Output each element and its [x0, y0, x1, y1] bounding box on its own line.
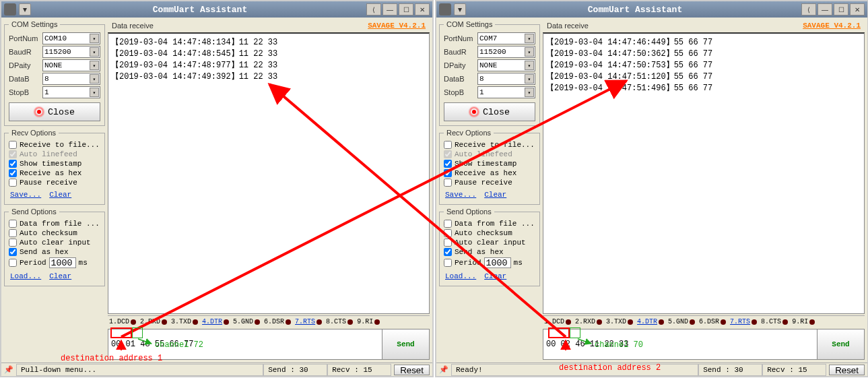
- period-input[interactable]: [484, 257, 511, 268]
- signal-indicator: 7.RTS: [295, 318, 322, 325]
- clear-recv-link[interactable]: Clear: [484, 191, 506, 199]
- data-receive-label: Data receive: [112, 22, 154, 30]
- chevron-down-icon[interactable]: ▾: [90, 61, 99, 70]
- receive-box[interactable]: 【2019-03-04 14:47:46:449】55 66 77 【2019-…: [543, 32, 865, 314]
- dpaity-select[interactable]: NONE▾: [42, 59, 100, 71]
- save-link[interactable]: Save...: [445, 191, 476, 199]
- send-button[interactable]: Send: [382, 329, 429, 359]
- chevron-down-icon[interactable]: ▾: [90, 47, 99, 57]
- receive-to-file-label: Receive to file...: [455, 141, 535, 149]
- port-close-button[interactable]: Close: [444, 102, 535, 121]
- period-checkbox[interactable]: [444, 259, 452, 267]
- nav-prev-icon[interactable]: ⟨: [366, 3, 381, 15]
- highlight-address-1: [110, 327, 132, 338]
- send-input[interactable]: [543, 329, 817, 359]
- reset-button[interactable]: Reset: [394, 365, 430, 375]
- nav-prev-icon[interactable]: ⟨: [801, 3, 816, 15]
- signal-indicator: 2.RXD: [140, 318, 167, 325]
- close-button[interactable]: ✕: [850, 3, 865, 15]
- chevron-down-icon[interactable]: ▾: [525, 34, 534, 43]
- signal-indicator: 4.DTR: [202, 318, 229, 325]
- titlebar[interactable]: ▾ CommUart Assistant ⟨ — ☐ ✕: [1, 1, 432, 18]
- data-from-file-checkbox[interactable]: [9, 220, 17, 228]
- dpaity-select[interactable]: NONE▾: [477, 59, 535, 71]
- load-link[interactable]: Load...: [445, 272, 476, 280]
- signal-indicator: 2.RXD: [575, 318, 602, 325]
- receive-box[interactable]: 【2019-03-04 14:47:48:134】11 22 33 【2019-…: [108, 32, 430, 314]
- auto-checksum-label: Auto checksum: [20, 229, 77, 237]
- stopb-select[interactable]: 1▾: [477, 86, 535, 98]
- auto-linefeed-label: Auto linefeed: [20, 150, 77, 158]
- clear-send-link[interactable]: Clear: [484, 272, 506, 280]
- version-label[interactable]: SAVAGE V4.2.1: [803, 22, 861, 30]
- nav-down-icon[interactable]: ▾: [19, 3, 31, 15]
- auto-checksum-checkbox[interactable]: [9, 229, 17, 237]
- pause-receive-label: Pause receive: [20, 179, 77, 187]
- receive-as-hex-checkbox[interactable]: [9, 169, 17, 177]
- clear-recv-link[interactable]: Clear: [49, 191, 71, 199]
- data-from-file-checkbox[interactable]: [444, 220, 452, 228]
- recv-options-legend: Recv Options: [9, 129, 59, 137]
- auto-clear-checkbox[interactable]: [9, 239, 17, 247]
- nav-down-icon[interactable]: ▾: [454, 3, 466, 15]
- com-settings-legend: COM Settings: [9, 20, 60, 28]
- chevron-down-icon[interactable]: ▾: [525, 61, 534, 70]
- status-recv: Recv : 15: [762, 364, 826, 376]
- pause-receive-checkbox[interactable]: [9, 179, 17, 187]
- auto-checksum-checkbox[interactable]: [444, 229, 452, 237]
- send-button[interactable]: Send: [817, 329, 864, 359]
- send-as-hex-checkbox[interactable]: [444, 248, 452, 256]
- show-timestamp-checkbox[interactable]: [9, 160, 17, 168]
- period-label: Period: [20, 259, 46, 267]
- data-receive-label: Data receive: [547, 22, 589, 30]
- pause-receive-checkbox[interactable]: [444, 179, 452, 187]
- highlight-channel-2: [570, 327, 580, 338]
- portnum-label: PortNum: [444, 34, 475, 42]
- send-as-hex-checkbox[interactable]: [9, 248, 17, 256]
- maximize-button[interactable]: ☐: [399, 3, 413, 15]
- minimize-button[interactable]: —: [817, 3, 832, 15]
- chevron-down-icon[interactable]: ▾: [90, 88, 99, 97]
- titlebar[interactable]: ▾ CommUart Assistant ⟨ — ☐ ✕: [436, 1, 867, 18]
- recv-options-group: Recv Options Receive to file... Auto lin…: [439, 129, 540, 205]
- baudr-label: BaudR: [444, 48, 475, 56]
- period-unit: ms: [79, 259, 88, 267]
- status-message: Pull-down menu...: [16, 364, 263, 376]
- port-close-button[interactable]: Close: [9, 102, 100, 121]
- highlight-address-2: [548, 327, 570, 338]
- baudr-select[interactable]: 115200▾: [42, 46, 100, 58]
- period-input[interactable]: [49, 257, 76, 268]
- receive-as-hex-checkbox[interactable]: [444, 169, 452, 177]
- chevron-down-icon[interactable]: ▾: [90, 74, 99, 84]
- dpaity-label: DPaity: [9, 61, 40, 69]
- chevron-down-icon[interactable]: ▾: [90, 34, 99, 43]
- period-checkbox[interactable]: [9, 259, 17, 267]
- reset-button[interactable]: Reset: [829, 365, 865, 375]
- signal-status-line: 1.DCD2.RXD3.TXD4.DTR5.GND6.DSR7.RTS8.CTS…: [543, 315, 865, 327]
- save-link[interactable]: Save...: [10, 191, 41, 199]
- minimize-button[interactable]: —: [382, 3, 397, 15]
- close-button[interactable]: ✕: [415, 3, 430, 15]
- datab-select[interactable]: 8▾: [42, 73, 100, 85]
- maximize-button[interactable]: ☐: [834, 3, 848, 15]
- show-timestamp-checkbox[interactable]: [444, 160, 452, 168]
- portnum-select[interactable]: COM10▾: [42, 32, 100, 44]
- status-led-icon: [469, 107, 479, 117]
- chevron-down-icon[interactable]: ▾: [525, 74, 534, 84]
- pin-icon[interactable]: 📌: [4, 365, 13, 375]
- receive-to-file-checkbox[interactable]: [9, 141, 17, 149]
- chevron-down-icon[interactable]: ▾: [525, 88, 534, 97]
- stopb-select[interactable]: 1▾: [42, 86, 100, 98]
- baudr-select[interactable]: 115200▾: [477, 46, 535, 58]
- chevron-down-icon[interactable]: ▾: [525, 47, 534, 57]
- annotation-dest-1: destination address 1: [61, 354, 162, 363]
- clear-send-link[interactable]: Clear: [49, 272, 71, 280]
- receive-to-file-checkbox[interactable]: [444, 141, 452, 149]
- datab-select[interactable]: 8▾: [477, 73, 535, 85]
- auto-clear-checkbox[interactable]: [444, 239, 452, 247]
- version-label[interactable]: SAVAGE V4.2.1: [368, 22, 426, 30]
- portnum-select[interactable]: COM7▾: [477, 32, 535, 44]
- status-send: Send : 30: [263, 364, 327, 376]
- load-link[interactable]: Load...: [10, 272, 41, 280]
- pin-icon[interactable]: 📌: [439, 365, 448, 375]
